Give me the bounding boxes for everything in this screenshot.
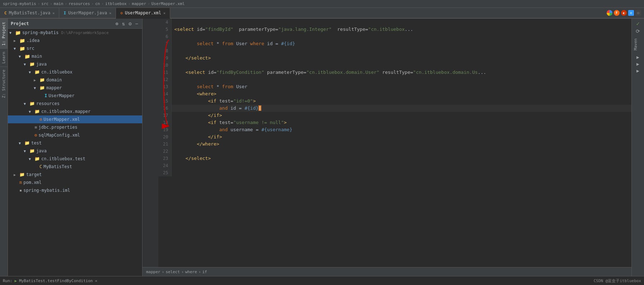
tree-label: sqlMapConfig.xml [38,133,80,138]
tree-item-target[interactable]: ▶ 📁 target [8,171,142,179]
code-line-21: 21 </where> [158,141,631,148]
tree-item-mybatistest[interactable]: ▶ C MyBatisTest [8,163,142,171]
play-icon-2[interactable]: ▶ [636,61,639,67]
line-code[interactable]: <select id="findByCondition" parameterTy… [171,69,631,76]
tree-label: spring-mybatis D:\AProgramWorkSpace [22,30,109,35]
project-tab[interactable]: 1: Project [0,19,8,48]
add-icon[interactable]: ⊕ [114,20,119,27]
tree-item-domain[interactable]: ▶ 📁 domain [8,76,142,84]
code-content[interactable]: 4 5<select id="findById" parameterType="… [158,19,631,267]
expand-arrow: ▼ [29,157,33,161]
code-line-22: 22 [158,148,631,155]
tree-label: UserMapper [48,93,74,98]
line-code[interactable]: and username = #{username} [171,126,631,133]
line-code[interactable]: </if> [171,133,631,141]
line-number: 18 [158,119,171,126]
tree-item-cn-itbluebox-test[interactable]: ▼ 📁 cn.itbluebox.test [8,155,142,163]
settings-icon[interactable]: ⚙ [127,20,132,27]
line-code[interactable]: <if test="id!=0"> [171,98,631,105]
learn-tab[interactable]: Learn [0,48,8,66]
tree-item-resources[interactable]: ▼ 📁 resources [8,100,142,108]
ie-e-icon: e [628,10,634,16]
folder-icon: 📁 [29,62,35,67]
line-code[interactable]: select * from User [171,83,631,90]
minimize-icon[interactable]: − [134,20,139,27]
line-code[interactable] [171,169,631,176]
code-editor[interactable]: 4 5<select id="findById" parameterType="… [143,19,631,267]
chrome-icon [607,10,612,16]
code-area[interactable]: 4 5<select id="findById" parameterType="… [143,19,631,276]
tree-item-test[interactable]: ▼ 📁 test [8,139,142,147]
line-code[interactable]: </select> [171,54,631,62]
run-close-icon[interactable]: ✕ [95,279,97,283]
line-number: 17 [158,112,171,119]
run-play-icon: ▶ [15,279,17,283]
line-code[interactable]: <select id="findById" parameterType="jav… [171,26,631,33]
tree-item-jdbc-properties[interactable]: ▶ ≡ jdbc.properties [8,123,142,131]
line-code[interactable] [171,47,631,54]
breadcrumb-itbluebox: itbluebox [105,1,127,6]
line-code[interactable]: and id = #{id}| [171,105,631,112]
line-code[interactable]: <if test="username != null"> [171,119,631,126]
tab-usermapper-java[interactable]: I UserMapper.java ✕ [59,8,116,18]
firefox-icon: F [614,10,620,16]
ie-icon: ◐ [621,10,627,16]
tree-item-idea[interactable]: ▶ 📁 .idea [8,37,142,44]
folder-icon: 📁 [24,54,30,59]
tree-item-usermapper-xml[interactable]: ▶ ⚙ UserMapper.xml [8,115,142,123]
tab-close-icon[interactable]: ✕ [163,11,165,15]
tab-close-icon[interactable]: ✕ [52,11,55,15]
line-code[interactable] [171,19,631,26]
line-code[interactable] [171,148,631,155]
line-number: 19 [158,126,171,133]
tree-item-usermapper-interface[interactable]: ▶ I UserMapper [8,92,142,100]
code-line-11: 11 <select id="findByCondition" paramete… [158,69,631,76]
tree-item-cn-itbluebox[interactable]: ▼ 📁 cn.itbluebox [8,68,142,76]
play-icon-1[interactable]: ▶ [636,54,639,60]
code-line-12: 12 [158,76,631,83]
tree-item-pom[interactable]: ▶ m pom.xml [8,179,142,186]
line-number: 9 [158,54,171,62]
tree-item-main[interactable]: ▼ 📁 main [8,52,142,60]
tree-item-cn-mapper[interactable]: ▼ 📁 cn.itbluebox.mapper [8,108,142,115]
sidebar-content[interactable]: ▼ 📁 spring-mybatis D:\AProgramWorkSpace … [8,29,142,276]
refresh-icon[interactable]: ⟳ [636,28,640,34]
tree-label: jdbc.properties [38,125,77,130]
tree-item-sqlmapconfig[interactable]: ▶ ⚙ sqlMapConfig.xml [8,131,142,139]
tab-close-icon[interactable]: ✕ [109,11,111,15]
line-code[interactable] [171,33,631,40]
line-code[interactable]: <where> [171,90,631,98]
play-icon-3[interactable]: ▶ [636,68,639,73]
tab-usermapper-xml[interactable]: ⚙ UserMapper.xml ✕ [116,8,170,19]
code-line-18: 18 <if test="username != null"> [158,119,631,126]
structure-tab[interactable]: Z: Structure [0,66,8,101]
line-number: 22 [158,148,171,155]
line-code[interactable]: </where> [171,141,631,148]
maven-label[interactable]: Maven [632,35,644,53]
line-numbers-gutter [143,19,158,267]
line-code[interactable] [171,76,631,83]
tree-item-src[interactable]: ▼ 📁 src [8,44,142,52]
layout-icon[interactable]: ⇅ [121,20,126,27]
iml-icon: ▪ [19,188,22,193]
breadcrumb-bar: spring-mybatis › src › main › resources … [0,0,644,8]
line-code[interactable] [171,162,631,169]
line-code[interactable]: </select> [171,155,631,162]
folder-icon: 📁 [24,141,30,146]
expand-arrow: ▼ [14,47,18,51]
tree-item-test-java[interactable]: ▼ 📁 java [8,147,142,155]
expand-arrow: ▼ [9,31,14,35]
tree-item-mapper-java[interactable]: ▼ 📁 mapper [8,84,142,92]
line-code[interactable] [171,62,631,69]
line-code[interactable]: </if> [171,112,631,119]
tree-item-iml[interactable]: ▶ ▪ spring-mybatis.iml [8,186,142,194]
line-number: 20 [158,133,171,141]
folder-icon: 📁 [39,85,45,90]
tab-mybatistest[interactable]: C MyBatisTest.java ✕ [0,8,59,18]
code-line-4: 4 [158,19,631,26]
props-icon: ≡ [34,125,37,130]
tree-item-java[interactable]: ▼ 📁 java [8,60,142,68]
line-number: 7 [158,40,171,47]
tree-item-root[interactable]: ▼ 📁 spring-mybatis D:\AProgramWorkSpace [8,29,142,37]
line-code[interactable]: select * from User where id = #{id} [171,40,631,47]
